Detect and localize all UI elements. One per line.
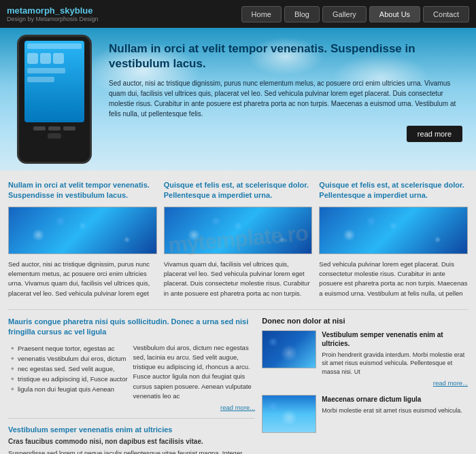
hero-phone: [17, 35, 92, 164]
right-thumb-1: [262, 330, 316, 368]
phone-icon-1: [27, 53, 38, 64]
bullet-item-2: venenatis Vestibulum dui eros, dictum: [11, 353, 128, 364]
header: metamorph_skyblue Design by Metamorphosi…: [0, 0, 476, 28]
right-thumb-inner-2: [262, 396, 316, 432]
phone-screen-inner: [24, 41, 84, 122]
bottom-left-two-col: Praesent neque tortor, egestas ac venena…: [8, 343, 255, 412]
divider-1: [8, 309, 468, 310]
bullet-item-5: ligula non dui feugiat quis Aenean: [11, 384, 128, 394]
divider-2: [8, 418, 255, 419]
right-item1-heading: Vestibulum semper venenatis enim at ultr…: [322, 330, 468, 348]
right-item2-heading: Maecenas ornare dictum ligula: [322, 395, 462, 404]
site-subtitle: Design by Metamorphosis Design: [7, 16, 236, 22]
right-item-1: Vestibulum semper venenatis enim at ultr…: [262, 330, 468, 387]
col3-body: Sed vehicula pulvinar lorem eget placera…: [319, 260, 468, 298]
phone-btn-row: [33, 126, 75, 130]
bottom-right-title: Donec non dolor at nisi: [262, 317, 468, 325]
col-3: Quisque et felis est, at scelerisque dol…: [319, 180, 468, 298]
three-col-container: Nullam in orci at velit tempor venenatis…: [8, 180, 468, 298]
phone-btn-3[interactable]: [63, 126, 75, 130]
read-more-button[interactable]: read more: [407, 126, 462, 142]
section2-subtitle: Cras faucibus commodo nisi, non dapibus …: [8, 438, 255, 445]
main-content: Nullam in orci at velit tempor venenatis…: [0, 171, 476, 454]
col1-image-bubbles: [9, 207, 156, 254]
col-2: Quisque et felis est, at scelerisque dol…: [164, 180, 313, 298]
bottom-sections: Mauris congue pharetra nisi quis sollici…: [8, 317, 468, 454]
nav-home[interactable]: Home: [241, 6, 282, 22]
bullet-item-4: tristique eu adipiscing id, Fusce auctor: [11, 374, 128, 384]
hero-heading: Nullam in orci at velit tempor venenatis…: [109, 41, 462, 71]
right-item-text-1: Vestibulum semper venenatis enim at ultr…: [322, 330, 468, 387]
section2-title: Vestibulum semper venenatis enim at ultr…: [8, 425, 255, 434]
nav: Home Blog Gallery About Us Contact: [241, 6, 469, 22]
phone-screen: [24, 41, 84, 122]
nav-contact[interactable]: Contact: [423, 6, 469, 22]
nav-blog[interactable]: Blog: [284, 6, 320, 22]
phone-bar-2: [27, 68, 65, 73]
site-name: metamorph_skyblue: [7, 5, 236, 16]
right-thumb-inner-1: [262, 331, 316, 368]
col-1: Nullam in orci at velit tempor venenatis…: [8, 180, 157, 298]
section2-body: Suspendisse sed lorem ut neque iaculis p…: [8, 449, 255, 454]
bottom-left-title: Mauris congue pharetra nisi quis sollici…: [8, 317, 255, 338]
col3-heading: Quisque et felis est, at scelerisque dol…: [319, 180, 468, 201]
col3-image: [319, 207, 468, 254]
col1-body: Sed auctor, nisi ac tristique dignissim,…: [8, 260, 157, 298]
bottom-left: Mauris congue pharetra nisi quis sollici…: [8, 317, 255, 454]
read-more-link-2[interactable]: read more...: [322, 379, 468, 387]
col3-image-bubbles: [320, 207, 467, 254]
bottom-right: Donec non dolor at nisi Vestibulum sempe…: [262, 317, 468, 454]
col2-image: [164, 207, 313, 254]
phone-icon-row: [27, 53, 82, 64]
phone-bar-1: [27, 43, 82, 49]
phone-icon-2: [40, 53, 51, 64]
col2-heading: Quisque et felis est, at scelerisque dol…: [164, 180, 313, 201]
right-item2-body: Morbi molestie erat sit amet risus euism…: [322, 406, 462, 415]
right-item1-body: Proin hendrerit gravida interdum. Morbi …: [322, 351, 468, 377]
phone-icon-3: [53, 53, 64, 64]
nav-about[interactable]: About Us: [369, 6, 420, 22]
col2-body: Vivamus quam dui, facilisis vel ultrices…: [164, 260, 313, 298]
phone-bar-3: [27, 77, 54, 82]
phone-btn-1[interactable]: [33, 126, 46, 130]
phone-home-btn[interactable]: [48, 133, 61, 139]
hero-content: Nullam in orci at velit tempor venenatis…: [109, 41, 462, 142]
bullet-item-3: nec egestas sed. Sed velit augue,: [11, 364, 128, 374]
col1-image: [8, 207, 157, 254]
col1-heading: Nullam in orci at velit tempor venenatis…: [8, 180, 157, 201]
right-thumb-2: [262, 395, 316, 433]
read-more-link-1[interactable]: read more...: [133, 404, 256, 411]
right-item-2: Maecenas ornare dictum ligula Morbi mole…: [262, 395, 468, 433]
hero-section: Nullam in orci at velit tempor venenatis…: [0, 28, 476, 171]
col2-image-bubbles: [165, 207, 312, 254]
bottom-left-col-text-wrap: Vestibulum dui aros, dictum nec egestas …: [133, 343, 256, 412]
nav-gallery[interactable]: Gallery: [322, 6, 367, 22]
three-col: Nullam in orci at velit tempor venenatis…: [8, 180, 468, 298]
right-item-text-2: Maecenas ornare dictum ligula Morbi mole…: [322, 395, 462, 433]
phone-btn-2[interactable]: [48, 126, 61, 130]
site-title-block: metamorph_skyblue Design by Metamorphosi…: [7, 5, 236, 22]
hero-body: Sed auctor, nisi ac tristique dignissim,…: [109, 78, 462, 119]
bullet-item-1: Praesent neque tortor, egestas ac: [11, 343, 128, 353]
bottom-left-col-text: Vestibulum dui aros, dictum nec egestas …: [133, 343, 256, 402]
bullet-list: Praesent neque tortor, egestas ac venena…: [8, 343, 128, 405]
